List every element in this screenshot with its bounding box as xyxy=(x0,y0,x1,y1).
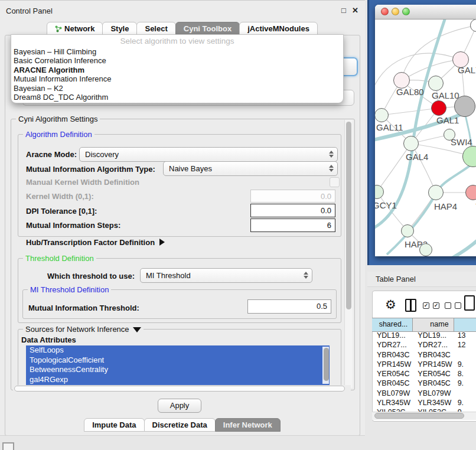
mi-steps-field[interactable]: 6 xyxy=(250,219,335,232)
tab-cyni-toolbox[interactable]: Cyni Toolbox xyxy=(175,22,240,35)
tab-impute-data[interactable]: Impute Data xyxy=(84,418,144,432)
tab-jactivemnodules[interactable]: jActiveMNodules xyxy=(239,22,318,35)
network-canvas[interactable]: GAL7GAL80GAL10GAL1GAL11GAL4SWI4GCY1HAP4Y… xyxy=(375,19,476,256)
attribute-item[interactable]: gal4RGexp xyxy=(26,375,330,385)
table-row[interactable]: YER054CYER054C8. xyxy=(372,369,476,379)
unchecked-box-icon-2[interactable] xyxy=(455,302,461,309)
table-cell: YLR345W xyxy=(413,398,454,407)
mi-type-combo[interactable]: Naive Bayes xyxy=(163,161,338,176)
column-header[interactable]: shared... xyxy=(372,318,413,331)
gear-icon[interactable]: ⚙ xyxy=(385,298,396,312)
algorithm-option[interactable]: Bayesian – Hill Climbing xyxy=(11,47,343,56)
sources-group-title: Sources for Network Inference xyxy=(23,325,144,334)
which-threshold-label: Which threshold to use: xyxy=(47,272,135,281)
kernel-width-field[interactable]: 0.0 xyxy=(250,190,335,203)
algorithm-option[interactable]: Bayesian – K2 xyxy=(11,84,343,93)
tab-label: Infer Network xyxy=(223,419,272,431)
table-row[interactable]: YBR043CYBR043C xyxy=(372,350,476,360)
table-row[interactable]: YDL19...YDL19...13 xyxy=(372,331,476,340)
tab-select[interactable]: Select xyxy=(136,22,175,35)
network-node-gal1[interactable] xyxy=(431,100,446,116)
attribute-item[interactable]: SelfLoops xyxy=(26,345,330,356)
unchecked-box-icon-1[interactable] xyxy=(445,302,451,309)
column-header[interactable]: name xyxy=(413,318,454,331)
network-node[interactable] xyxy=(454,96,475,117)
node-label: GAL10 xyxy=(432,90,459,100)
table-hscrollbar[interactable] xyxy=(372,412,476,420)
float-window-icon[interactable]: □ xyxy=(341,6,346,15)
table-row[interactable]: YBL079WYBL079W xyxy=(372,389,476,398)
table-hscrollbar-thumb[interactable] xyxy=(374,413,464,419)
control-panel-tabs: NetworkStyleSelectCyni ToolboxjActiveMNo… xyxy=(0,22,365,35)
attribute-item[interactable]: BetweennessCentrality xyxy=(26,365,330,375)
settings-scrollbar-thumb[interactable] xyxy=(346,122,351,309)
network-node-gal11[interactable] xyxy=(375,108,389,122)
document-icon[interactable] xyxy=(464,295,475,311)
which-threshold-combo[interactable]: MI Threshold xyxy=(140,268,312,283)
node-label: GAL11 xyxy=(376,122,403,132)
network-window[interactable]: GAL7GAL80GAL10GAL1GAL11GAL4SWI4GCY1HAP4Y… xyxy=(375,5,476,256)
hub-definition-toggle[interactable]: Hub/Transcription Factor Definition xyxy=(26,238,165,247)
control-panel: Control Panel □ ✕ NetworkStyleSelectCyni… xyxy=(0,0,365,436)
settings-group-title: Cyni Algorithm Settings xyxy=(16,115,100,123)
network-node-gal10[interactable] xyxy=(428,76,444,91)
table-row[interactable]: YIL052CYIL052C9. xyxy=(372,407,476,412)
table-row[interactable]: YBR045CYBR045C9. xyxy=(372,379,476,388)
algorithm-option[interactable]: ARACNE Algorithm xyxy=(11,66,343,74)
table-cell: YBR043C xyxy=(413,350,454,360)
tab-discretize-data[interactable]: Discretize Data xyxy=(144,418,216,432)
table-row[interactable]: YDR27...YDR27...12 xyxy=(372,340,476,350)
dropdown-placeholder: Select algorithm to view settings xyxy=(11,37,343,47)
sources-title-text: Sources for Network Inference xyxy=(25,325,129,334)
attribute-item[interactable]: TopologicalCoefficient xyxy=(26,356,330,366)
mi-threshold-group-title: MI Threshold Definition xyxy=(28,285,111,294)
dpi-tolerance-field[interactable]: 0.0 xyxy=(250,204,335,217)
attributes-scrollbar[interactable] xyxy=(322,347,329,384)
table-cell: YER054C xyxy=(372,369,413,379)
minimized-panel-grip[interactable] xyxy=(2,442,14,450)
data-attributes-list[interactable]: SelfLoopsTopologicalCoefficientBetweenne… xyxy=(26,345,330,385)
apply-button[interactable]: Apply xyxy=(158,399,201,413)
table-cell: YLR345W xyxy=(372,398,413,407)
network-node[interactable] xyxy=(419,243,432,256)
table-body: YDL19...YDL19...13YDR27...YDR27...12YBR0… xyxy=(372,331,476,412)
settings-hscrollbar[interactable] xyxy=(13,385,351,393)
aracne-mode-combo[interactable]: Discovery xyxy=(79,147,338,162)
zoom-traffic-light[interactable] xyxy=(402,8,410,15)
settings-hscrollbar-thumb[interactable] xyxy=(14,386,345,392)
checked-box-icon-2[interactable]: ✓ xyxy=(433,302,439,309)
close-traffic-light[interactable] xyxy=(381,8,389,15)
tab-infer-network[interactable]: Infer Network xyxy=(215,418,281,432)
algorithm-option[interactable]: Dream8 DC_TDC Algorithm xyxy=(11,93,343,102)
mi-threshold-field[interactable]: 0.5 xyxy=(247,299,331,314)
tab-style[interactable]: Style xyxy=(102,22,137,35)
checked-box-icon-1[interactable]: ✓ xyxy=(423,302,429,309)
algorithm-option[interactable]: Basic Correlation Inference xyxy=(11,56,343,65)
network-window-titlebar[interactable] xyxy=(375,5,476,19)
tab-network[interactable]: Network xyxy=(47,22,103,35)
column-header[interactable]: A xyxy=(454,318,476,331)
columns-icon[interactable] xyxy=(405,299,416,312)
table-cell: YBR045C xyxy=(372,379,413,388)
mi-type-label: Mutual Information Algorithm Type: xyxy=(26,165,155,174)
network-node-gal80[interactable] xyxy=(393,72,410,89)
app-root: Control Panel □ ✕ NetworkStyleSelectCyni… xyxy=(0,0,476,450)
network-node-hap2[interactable] xyxy=(401,224,414,237)
node-label: GAL7 xyxy=(458,65,476,75)
table-row[interactable]: YLR345WYLR345W9. xyxy=(372,398,476,407)
mi-type-value: Naive Bayes xyxy=(169,164,212,173)
settings-scrollbar[interactable] xyxy=(344,120,353,388)
attributes-scrollbar-thumb[interactable] xyxy=(324,348,329,381)
close-icon[interactable]: ✕ xyxy=(352,6,358,15)
table-cell: YPR145W xyxy=(372,360,413,369)
network-node-gal4[interactable] xyxy=(403,136,419,151)
table-cell: 13 xyxy=(454,331,476,340)
algorithm-option[interactable]: Mutual Information Inference xyxy=(11,74,343,83)
control-panel-title: Control Panel xyxy=(6,6,53,15)
manual-kernel-checkbox[interactable] xyxy=(330,177,340,187)
combo-arrows-icon xyxy=(329,165,334,172)
tab-label: Impute Data xyxy=(92,419,136,431)
table-row[interactable]: YPR145WYPR145W9. xyxy=(372,360,476,369)
minimize-traffic-light[interactable] xyxy=(392,8,399,15)
network-node-hap4[interactable] xyxy=(428,185,444,200)
